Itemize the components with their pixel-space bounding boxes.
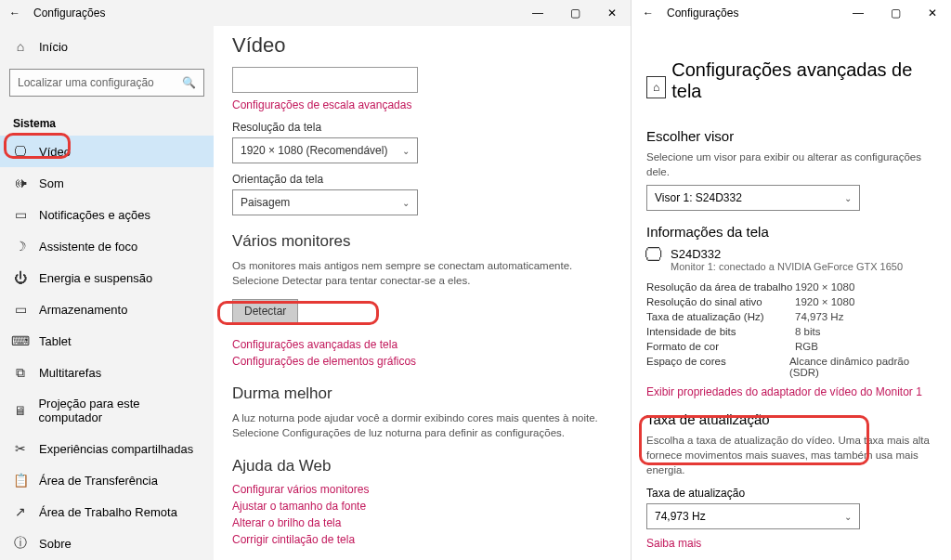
sleep-heading: Durma melhor — [232, 384, 612, 403]
sidebar-item-remote[interactable]: ↗ Área de Trabalho Remota — [0, 496, 214, 527]
close-button[interactable]: ✕ — [914, 0, 951, 26]
advanced-display-link[interactable]: Configurações avançadas de tela — [232, 338, 612, 351]
info-value: 74,973 Hz — [795, 311, 843, 322]
sidebar-item-projection[interactable]: 🖥 Projeção para este computador — [0, 388, 214, 433]
info-key: Resolução da área de trabalho — [646, 281, 795, 293]
display-value: Visor 1: S24D332 — [655, 191, 742, 204]
sidebar-item-focus[interactable]: ☽ Assistente de foco — [0, 230, 214, 262]
web-link[interactable]: Ajustar o tamanho da fonte — [232, 500, 612, 513]
sidebar-item-video[interactable]: 🖵 Vídeo — [0, 136, 214, 167]
tablet-icon: ⌨ — [13, 333, 28, 348]
home-icon: ⌂ — [13, 39, 28, 54]
home-icon: ⌂ — [653, 81, 659, 94]
choose-display-desc: Selecione um visor para exibir ou altera… — [646, 150, 936, 179]
scale-select[interactable] — [232, 67, 418, 93]
home-button[interactable]: ⌂ Início — [0, 33, 214, 59]
section-label: Sistema — [0, 106, 214, 136]
info-key: Espaço de cores — [646, 356, 789, 378]
search-placeholder: Localizar uma configuração — [18, 76, 154, 89]
close-button[interactable]: ✕ — [593, 0, 631, 26]
chevron-down-icon: ⌄ — [844, 512, 852, 522]
sidebar-item-label: Vídeo — [39, 145, 71, 159]
learn-more-link[interactable]: Saiba mais — [646, 537, 936, 550]
advanced-scale-link[interactable]: Configurações de escala avançadas — [232, 98, 612, 111]
sidebar-item-label: Tablet — [39, 334, 72, 348]
choose-display-heading: Escolher visor — [646, 128, 936, 144]
resolution-select[interactable]: 1920 × 1080 (Recomendável) ⌄ — [232, 137, 418, 163]
page-title: Vídeo — [232, 33, 612, 58]
info-value: 1920 × 1080 — [795, 296, 854, 307]
resolution-value: 1920 × 1080 (Recomendável) — [241, 144, 387, 157]
focus-icon: ☽ — [13, 239, 28, 254]
home-label: Início — [39, 40, 68, 54]
multitask-icon: ⧉ — [13, 365, 28, 380]
sidebar-item-shared[interactable]: ✂ Experiências compartilhadas — [0, 433, 214, 464]
sidebar-item-multitask[interactable]: ⧉ Multitarefas — [0, 357, 214, 388]
refresh-rate-label: Taxa de atualização — [646, 487, 936, 500]
maximize-button[interactable]: ▢ — [877, 0, 914, 26]
resolution-label: Resolução da tela — [232, 121, 612, 134]
sidebar-item-notifications[interactable]: ▭ Notificações e ações — [0, 199, 214, 230]
back-button[interactable]: ← — [4, 7, 26, 20]
projection-icon: 🖥 — [13, 403, 27, 418]
minimize-button[interactable]: — — [840, 0, 877, 26]
chevron-down-icon: ⌄ — [402, 146, 410, 156]
refresh-rate-select[interactable]: 74,973 Hz ⌄ — [646, 503, 860, 529]
monitor-icon: 🖵 — [646, 247, 661, 262]
adapter-properties-link[interactable]: Exibir propriedades do adaptador de víde… — [646, 385, 936, 398]
info-value: Alcance dinâmico padrão (SDR) — [789, 356, 936, 378]
chevron-down-icon: ⌄ — [402, 198, 410, 208]
display-select[interactable]: Visor 1: S24D332 ⌄ — [646, 185, 860, 211]
display-info-heading: Informações da tela — [646, 224, 936, 240]
info-value: RGB — [795, 341, 818, 352]
remote-icon: ↗ — [13, 504, 28, 519]
info-key: Intensidade de bits — [646, 326, 795, 337]
web-help-heading: Ajuda da Web — [232, 457, 612, 475]
search-icon: 🔍 — [182, 76, 196, 89]
refresh-rate-desc: Escolha a taxa de atualização do vídeo. … — [646, 433, 936, 477]
sidebar-item-sound[interactable]: 🕪 Som — [0, 167, 214, 199]
sidebar-item-label: Multitarefas — [39, 366, 101, 380]
sidebar-item-storage[interactable]: ▭ Armazenamento — [0, 293, 214, 325]
sidebar-item-power[interactable]: ⏻ Energia e suspensão — [0, 262, 214, 293]
power-icon: ⏻ — [13, 270, 28, 285]
sidebar-item-label: Sobre — [39, 537, 72, 551]
main-content: ⌂ Configurações avançadas de tela Escolh… — [632, 26, 951, 560]
refresh-rate-value: 74,973 Hz — [655, 510, 706, 523]
shared-icon: ✂ — [13, 441, 28, 456]
about-icon: ⓘ — [13, 536, 28, 551]
sidebar-item-label: Som — [39, 176, 64, 190]
sidebar-item-tablet[interactable]: ⌨ Tablet — [0, 325, 214, 357]
graphics-link[interactable]: Configurações de elementos gráficos — [232, 355, 612, 368]
detect-button[interactable]: Detectar — [232, 299, 298, 323]
sidebar: ⌂ Início Localizar uma configuração 🔍 Si… — [0, 0, 214, 560]
storage-icon: ▭ — [13, 302, 28, 317]
sidebar-item-label: Projeção para este computador — [38, 397, 201, 424]
main-content: Vídeo Configurações de escala avançadas … — [214, 0, 631, 560]
web-link[interactable]: Corrigir cintilação de tela — [232, 533, 612, 546]
sound-icon: 🕪 — [13, 176, 28, 190]
chevron-down-icon: ⌄ — [844, 193, 852, 203]
clipboard-icon: 📋 — [13, 473, 28, 488]
sidebar-item-label: Área de Transferência — [39, 474, 158, 488]
web-link[interactable]: Alterar o brilho da tela — [232, 516, 612, 529]
back-button[interactable]: ← — [637, 7, 659, 20]
search-input[interactable]: Localizar uma configuração 🔍 — [9, 69, 204, 97]
window-controls: — ▢ ✕ — [840, 0, 951, 26]
sidebar-item-about[interactable]: ⓘ Sobre — [0, 527, 214, 559]
sidebar-item-label: Experiências compartilhadas — [39, 442, 193, 456]
web-link[interactable]: Configurar vários monitores — [232, 483, 612, 496]
minimize-button[interactable]: — — [519, 0, 556, 26]
sleep-desc: A luz noturna pode ajudar você a dormir … — [232, 410, 612, 440]
monitor-name: S24D332 — [671, 247, 903, 261]
monitor-sub: Monitor 1: conectado a NVIDIA GeForce GT… — [671, 261, 903, 272]
orientation-select[interactable]: Paisagem ⌄ — [232, 189, 418, 215]
sidebar-item-clipboard[interactable]: 📋 Área de Transferência — [0, 464, 214, 496]
info-key: Taxa de atualização (Hz) — [646, 311, 795, 322]
refresh-rate-heading: Taxa de atualização — [646, 411, 936, 427]
info-value: 8 bits — [795, 326, 821, 337]
maximize-button[interactable]: ▢ — [556, 0, 593, 26]
info-table: Resolução da área de trabalho1920 × 1080… — [646, 280, 936, 380]
sidebar-item-label: Energia e suspensão — [39, 271, 152, 285]
home-button[interactable]: ⌂ — [646, 76, 666, 98]
